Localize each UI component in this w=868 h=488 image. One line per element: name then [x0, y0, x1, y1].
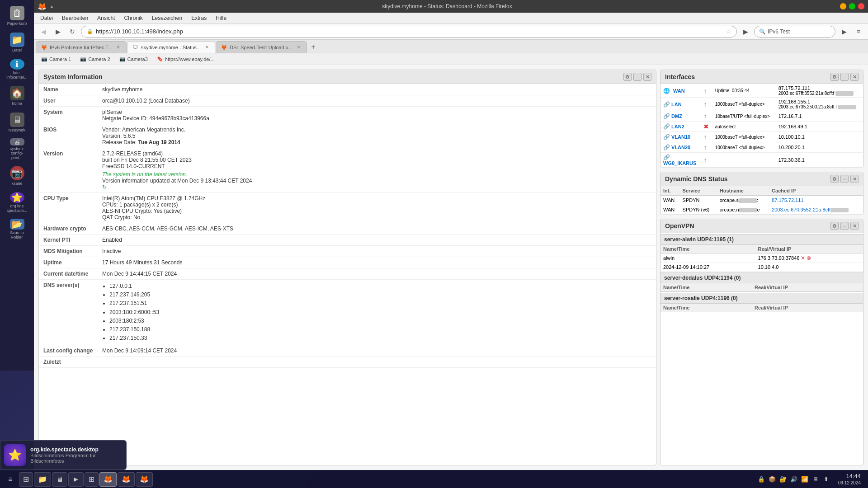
ddns-hostname-1: orcape.s:	[717, 196, 769, 205]
search-submit[interactable]: ▶	[838, 26, 850, 38]
openvpn-close-btn[interactable]: ✕	[850, 222, 859, 230]
taskbar-run[interactable]: ►	[68, 472, 84, 487]
menu-datei[interactable]: Datei	[38, 14, 56, 22]
menu-chronik[interactable]: Chronik	[121, 14, 145, 22]
close-button[interactable]	[858, 3, 864, 9]
dns-list: 127.0.0.1 217.237.149.205 217.237.151.51…	[109, 282, 651, 343]
lan2-link[interactable]: LAN2	[671, 124, 684, 129]
tray-network[interactable]: 📶	[800, 475, 809, 484]
ddns-ip-1[interactable]: 87.175.72.111	[772, 197, 803, 203]
dns-item: 2003:180:2:53	[109, 317, 651, 325]
vlan20-link[interactable]: VLAN20	[671, 145, 690, 150]
sidebar-icon-netzwerk[interactable]: 🖥 Netzwerk	[5, 110, 29, 135]
bookmark-ebay[interactable]: 🔖 https://www.ebay.de/...	[153, 54, 218, 64]
menu-bearbeiten[interactable]: Bearbeiten	[59, 14, 91, 22]
menu-hilfe[interactable]: Hilfe	[213, 14, 229, 22]
label-kpti: Kernel PTI	[39, 235, 98, 246]
sidebar-icon-spectacle[interactable]: ⭐ org kde spectacle...	[5, 190, 29, 215]
tab-close-pfsense[interactable]: ✕	[203, 44, 210, 51]
tray-display[interactable]: 🖥	[811, 475, 820, 484]
interfaces-minimize-btn[interactable]: −	[840, 73, 849, 81]
taskbar-grid[interactable]: ⊞	[85, 472, 99, 487]
vpn-client-realip: 176.3.73.90:37846 ✕ ⊗	[755, 253, 863, 263]
vpn-disconnect-btn[interactable]: ⊗	[807, 255, 811, 261]
wan-link[interactable]: WAN	[673, 88, 685, 94]
sidebar-icon-papierkorb[interactable]: 🗑 Papierkorb	[5, 4, 29, 28]
search-bar[interactable]: 🔍 IPv6 Test	[754, 26, 835, 38]
menu-extras[interactable]: Extras	[189, 14, 209, 22]
ddns-minimize-btn[interactable]: −	[840, 175, 849, 183]
tab-favicon-ipv6: 🦊	[41, 44, 47, 51]
tray-package[interactable]: 📦	[768, 475, 777, 484]
menu-lesezeichen[interactable]: Lesezeichen	[149, 14, 185, 22]
vpn-client-alwin-time: 2024-12-09 14:10:27 10.10.4.0	[660, 263, 863, 272]
sidebar-icon-xsane[interactable]: 📷 xsane	[5, 164, 29, 188]
taskbar-firefox-3[interactable]: 🦊	[136, 472, 153, 487]
maximize-button[interactable]	[849, 3, 855, 9]
sidebar-icon-home[interactable]: 🏠 home	[5, 84, 29, 108]
minimize-button[interactable]	[840, 3, 846, 9]
wg0-link[interactable]: WG0_IKARUS	[663, 160, 696, 166]
sidebar-icon-datei[interactable]: 📁 Datei	[5, 30, 29, 55]
tab-dsl[interactable]: 🦊 DSL Speed-Test: Upload u... ✕	[216, 41, 307, 53]
vpn-delete-btn[interactable]: ✕	[801, 255, 805, 261]
tray-vpn[interactable]: 🔐	[778, 475, 788, 484]
lan-link[interactable]: LAN	[671, 102, 682, 107]
new-tab-button[interactable]: +	[307, 41, 319, 53]
dmz-link[interactable]: DMZ	[671, 113, 682, 119]
nav-arrow-right[interactable]: ▶	[740, 26, 751, 38]
menu-button[interactable]: ≡	[853, 26, 864, 38]
ddns-ip-2[interactable]: 2003:ec:67ff:3552:21a:8cff	[772, 207, 830, 212]
tray-update[interactable]: ⬆	[822, 475, 831, 484]
bookmark-camera1[interactable]: 📷 Camera 1	[38, 54, 75, 64]
vpn-vip: 10.10.4.0	[755, 263, 863, 272]
sidebar-icon-scan-to-folder[interactable]: 📂 Scan to Folder	[5, 217, 29, 242]
vpn-client-alwin: alwin 176.3.73.90:37846 ✕ ⊗	[660, 253, 863, 263]
tab-pfsense[interactable]: 🛡 skydive.myhome - Status... ✕	[127, 41, 215, 53]
panel-settings-btn[interactable]: ⚙	[623, 73, 632, 81]
tab-ipv6[interactable]: 🦊 IPv6 Probleme für IPSec T... ✕	[36, 41, 127, 53]
back-button[interactable]: ◀	[38, 26, 49, 38]
ddns-col-hostname: Hostname	[717, 186, 769, 196]
forward-button[interactable]: ▶	[52, 26, 64, 38]
reload-button[interactable]: ↻	[66, 26, 78, 38]
label-hwcrypto: Hardware crypto	[39, 223, 98, 235]
interfaces-close-btn[interactable]: ✕	[850, 73, 859, 81]
panel-close-btn[interactable]: ✕	[643, 73, 651, 81]
sidebar-icon-kde-infocenter[interactable]: ℹ kde-infocenter...	[5, 57, 29, 82]
tab-close-dsl[interactable]: ✕	[295, 44, 302, 51]
wan-ip: 87.175.72.111	[778, 85, 860, 91]
bookmark-star[interactable]: ☆	[726, 28, 731, 35]
taskbar-firefox-1[interactable]: 🦊	[99, 472, 117, 487]
menu-ansicht[interactable]: Ansicht	[94, 14, 118, 22]
ddns-settings-btn[interactable]: ⚙	[830, 175, 839, 183]
panel-minimize-btn[interactable]: −	[633, 73, 642, 81]
taskbar-files[interactable]: 📁	[34, 472, 51, 487]
openvpn-minimize-btn[interactable]: −	[840, 222, 849, 230]
ddns-close-btn[interactable]: ✕	[850, 175, 859, 183]
tray-volume[interactable]: 🔊	[789, 475, 798, 484]
taskbar-konsole[interactable]: 🖥	[52, 472, 67, 487]
desktop: 🗑 Papierkorb 📁 Datei ℹ kde-infocenter...…	[0, 0, 868, 488]
vpn-time: 2024-12-09 14:10:27	[660, 263, 755, 272]
interfaces-settings-btn[interactable]: ⚙	[830, 73, 839, 81]
bookmark-camera2[interactable]: 📷 Camera 2	[76, 54, 113, 64]
tray-lock[interactable]: 🔒	[757, 475, 766, 484]
info-row-name: Name skydive.myhome	[39, 84, 656, 95]
taskbar-pager[interactable]: ⊞	[19, 472, 33, 487]
tab-close-ipv6[interactable]: ✕	[115, 44, 122, 51]
address-bar[interactable]: 🔒 https://10.100.10.1:498/index.php ☆	[81, 26, 737, 38]
vlan10-link[interactable]: VLAN10	[671, 134, 690, 140]
ddns-header-row: Int. Service Hostname Cached IP	[660, 186, 863, 196]
start-button[interactable]: ≡	[4, 473, 17, 486]
openvpn-settings-btn[interactable]: ⚙	[830, 222, 839, 230]
taskbar-firefox-2[interactable]: 🦊	[118, 472, 135, 487]
refresh-icon[interactable]: ↻	[102, 184, 107, 190]
vlan20-ip: 10.200.20.1	[776, 142, 863, 153]
clock-time: 14:44	[838, 473, 861, 480]
bookmark-camera3[interactable]: 📷 Camera3	[116, 54, 151, 64]
taskbar-clock[interactable]: 14:44 09.12.2024	[835, 473, 864, 486]
sidebar-icon-system-config-print[interactable]: 🖨 system-config-print...	[5, 137, 29, 162]
interfaces-title: Interfaces	[665, 73, 695, 80]
vlan10-type: 1000baseT <full-duplex>	[712, 132, 776, 142]
